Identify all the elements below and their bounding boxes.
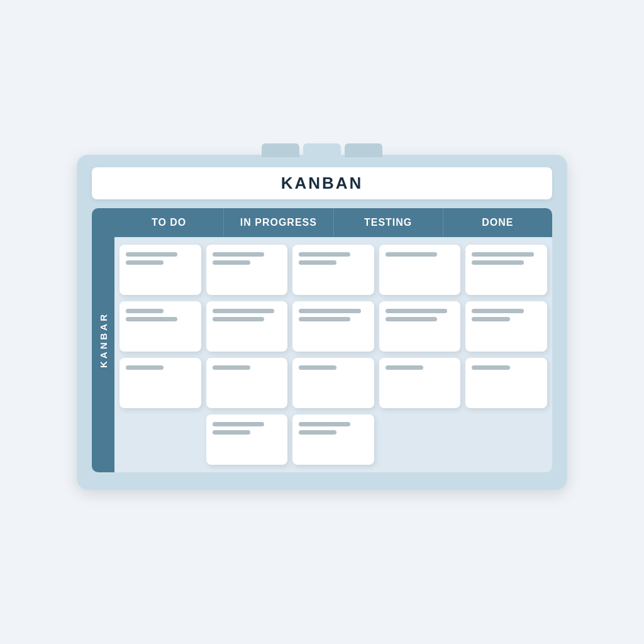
card-line	[213, 317, 264, 321]
card-line	[213, 430, 250, 435]
column-testing	[379, 245, 461, 465]
card-line	[472, 365, 509, 370]
column-done	[465, 245, 547, 465]
card-line	[299, 365, 336, 370]
card-line	[126, 260, 164, 265]
card-test-3[interactable]	[379, 358, 461, 408]
card-line	[299, 309, 361, 313]
sidebar-label: KANBAR	[92, 208, 114, 472]
col-header-testing: TESTING	[334, 208, 443, 237]
card-done-2[interactable]	[465, 301, 547, 352]
card-line	[386, 309, 448, 313]
column-headers: TO DO IN PROGRESS TESTING DONE	[114, 208, 552, 237]
card-ip-a-4[interactable]	[206, 414, 288, 465]
card-ip-a-3[interactable]	[206, 358, 288, 408]
card-line	[126, 365, 164, 370]
card-todo-3[interactable]	[119, 358, 201, 408]
card-line	[299, 260, 336, 265]
card-line	[213, 260, 250, 265]
column-inprogress-a	[206, 245, 288, 465]
column-todo	[119, 245, 201, 465]
clipboard-board: KANBAN KANBAR TO DO IN PROGRESS TESTING …	[77, 155, 567, 490]
card-done-3[interactable]	[465, 358, 547, 408]
column-inprogress-b	[292, 245, 374, 465]
card-todo-2[interactable]	[119, 301, 201, 352]
sidebar-text: KANBAR	[98, 312, 109, 368]
card-ip-b-4[interactable]	[292, 414, 374, 465]
card-line	[472, 252, 534, 257]
card-ip-b-3[interactable]	[292, 358, 374, 408]
card-todo-1[interactable]	[119, 245, 201, 295]
kanban-board: KANBAR TO DO IN PROGRESS TESTING DONE	[92, 208, 552, 472]
board-title: KANBAN	[92, 174, 552, 193]
card-line	[386, 365, 423, 370]
card-line	[126, 252, 177, 257]
card-line	[213, 309, 275, 313]
card-line	[386, 317, 437, 321]
card-line	[213, 365, 250, 370]
card-done-1[interactable]	[465, 245, 547, 295]
col-header-done: DONE	[443, 208, 552, 237]
card-ip-a-1[interactable]	[206, 245, 288, 295]
card-line	[386, 252, 437, 257]
clip-tab-1	[262, 143, 299, 157]
card-line	[299, 252, 350, 257]
columns-area: TO DO IN PROGRESS TESTING DONE	[114, 208, 552, 472]
card-line	[472, 317, 509, 321]
card-line	[126, 309, 164, 313]
col-header-todo: TO DO	[114, 208, 224, 237]
col-header-inprogress: IN PROGRESS	[224, 208, 333, 237]
card-line	[472, 260, 523, 265]
card-line	[213, 252, 264, 257]
card-ip-b-2[interactable]	[292, 301, 374, 352]
card-test-2[interactable]	[379, 301, 461, 352]
card-ip-a-2[interactable]	[206, 301, 288, 352]
card-line	[299, 422, 350, 426]
card-line	[472, 309, 523, 313]
title-bar: KANBAN	[92, 167, 552, 199]
clip-tab-3	[345, 143, 382, 157]
card-line	[213, 422, 264, 426]
card-line	[126, 317, 177, 321]
clip-tab-2	[303, 143, 341, 157]
card-line	[299, 430, 336, 435]
card-ip-b-1[interactable]	[292, 245, 374, 295]
clipboard-tabs	[262, 143, 382, 157]
card-test-1[interactable]	[379, 245, 461, 295]
card-line	[299, 317, 350, 321]
cards-row	[114, 237, 552, 472]
